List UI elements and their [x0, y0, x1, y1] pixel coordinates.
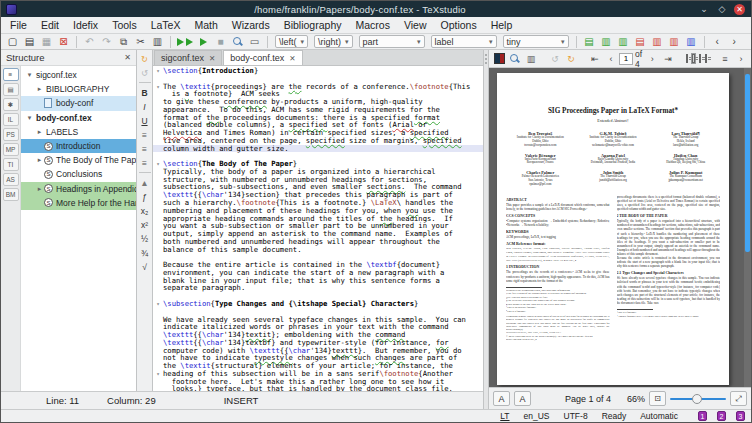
- pdf-magnifier-icon[interactable]: [508, 52, 522, 66]
- sidepanel-tab-symbols-favorites[interactable]: ✱: [3, 98, 19, 111]
- next-page-icon[interactable]: ›: [645, 52, 659, 66]
- fold-marker-icon[interactable]: ▾: [153, 160, 163, 168]
- pdf-back-icon[interactable]: ↺: [548, 52, 562, 66]
- undo-icon[interactable]: ↶: [82, 35, 97, 49]
- pdf-toolbar-overflow-icon[interactable]: ›: [734, 52, 748, 66]
- reference-combo[interactable]: label▾: [431, 35, 497, 48]
- pdf-zoom-indicator[interactable]: 66%: [627, 394, 645, 404]
- align-center-icon[interactable]: ≡: [138, 142, 152, 155]
- menu-edit[interactable]: Edit: [34, 18, 66, 32]
- sidepanel-tab-structure[interactable]: ≡: [3, 68, 19, 81]
- fit-width-icon[interactable]: [699, 54, 701, 63]
- editor-line-24[interactable]: balance of this sample document.: [153, 246, 483, 254]
- close-icon[interactable]: ✕: [734, 4, 745, 15]
- menu-options[interactable]: Options: [434, 18, 484, 32]
- line-ending-mode[interactable]: Automatic: [640, 411, 678, 421]
- editor-line-11[interactable]: column width and gutter size.: [153, 145, 483, 153]
- stop-icon[interactable]: ■: [213, 35, 228, 49]
- fold-marker-icon[interactable]: ▾: [153, 300, 163, 308]
- fontsize-combo[interactable]: tiny▾: [503, 35, 569, 48]
- structure-item-body-conf[interactable]: body-conf: [21, 96, 136, 110]
- last-page-icon[interactable]: ⇥: [661, 52, 675, 66]
- pdf-forward-icon[interactable]: ↻: [564, 52, 578, 66]
- menu-file[interactable]: File: [3, 18, 34, 32]
- previous-page-icon[interactable]: ‹: [604, 52, 618, 66]
- structure-item-bibliography[interactable]: ▸BIBLIOGRAPHY: [21, 82, 136, 96]
- structure-item-more-help-for-the-hardy[interactable]: SMore Help for the Hardy: [21, 196, 136, 210]
- pdf-menu-icon[interactable]: ≡: [718, 52, 732, 66]
- previous-document-icon[interactable]: ‹: [710, 35, 725, 49]
- collapse-arrow-icon[interactable]: ▾: [25, 114, 34, 122]
- structure-item-labels[interactable]: ▸LABELS: [21, 125, 136, 139]
- sectioning-combo[interactable]: part▾: [359, 35, 425, 48]
- math-superscript-icon[interactable]: x²: [138, 218, 152, 231]
- math-dfrac-icon[interactable]: ¾: [138, 246, 152, 259]
- menu-macros[interactable]: Macros: [348, 18, 396, 32]
- editor[interactable]: ▾\section{Introduction}▾The \textit{proc…: [153, 66, 483, 391]
- expand-arrow-icon[interactable]: ▸: [35, 156, 44, 164]
- editor-tab-body-conf-tex[interactable]: body-conf.tex✕: [223, 50, 302, 65]
- fold-marker-icon[interactable]: ▾: [153, 370, 163, 378]
- fold-marker-icon[interactable]: ▾: [153, 83, 163, 91]
- table-remove-column-icon[interactable]: ▥: [650, 35, 665, 49]
- sidepanel-tab-asymptote[interactable]: AS: [3, 173, 19, 186]
- math-sqrt-icon[interactable]: √: [138, 260, 152, 273]
- table-remove-row-icon[interactable]: ▤: [633, 35, 648, 49]
- tab-close-icon[interactable]: ✕: [289, 54, 295, 63]
- structure-item-body-conf-tex[interactable]: ▾body-conf.tex: [21, 111, 136, 125]
- pdf-scrollbar-thumb[interactable]: [745, 74, 750, 252]
- fold-marker-icon[interactable]: ▾: [153, 67, 163, 75]
- menu-wizards[interactable]: Wizards: [225, 18, 277, 32]
- view-pdf-icon[interactable]: [230, 35, 245, 49]
- zoom-slider-knob[interactable]: [692, 394, 702, 404]
- structure-item-introduction[interactable]: SIntroduction: [21, 139, 136, 153]
- languagetool-status[interactable]: LT: [500, 411, 509, 421]
- menu-bibliography[interactable]: Bibliography: [277, 18, 349, 32]
- align-right-icon[interactable]: ≡: [138, 156, 152, 169]
- embedded-viewer-icon[interactable]: [492, 52, 506, 66]
- menu-math[interactable]: Math: [187, 18, 224, 32]
- menu-latex[interactable]: LaTeX: [144, 18, 188, 32]
- structure-item-conclusions[interactable]: SConclusions: [21, 167, 136, 181]
- underline-icon[interactable]: U: [138, 114, 152, 127]
- structure-item-the-body-of-the-paper[interactable]: ▸SThe Body of The Paper: [21, 153, 136, 167]
- italic-icon[interactable]: I: [138, 100, 152, 113]
- compile-icon[interactable]: [196, 35, 211, 49]
- collapse-arrow-icon[interactable]: ▾: [25, 71, 34, 79]
- copy-icon[interactable]: ⧉: [116, 35, 131, 49]
- align-left-icon[interactable]: ≡: [138, 128, 152, 141]
- env-align-icon[interactable]: ▲: [138, 176, 152, 189]
- first-page-icon[interactable]: ⇤: [588, 52, 602, 66]
- sidepanel-tab-symbols-il[interactable]: IL: [3, 113, 19, 126]
- menu-help[interactable]: Help: [484, 18, 520, 32]
- bold-icon[interactable]: B: [138, 86, 152, 99]
- expand-arrow-icon[interactable]: ▸: [35, 85, 44, 93]
- table-add-row-icon[interactable]: ▤: [582, 35, 597, 49]
- sidepanel-tab-metapost[interactable]: MP: [3, 143, 19, 156]
- menu-tools[interactable]: Tools: [105, 18, 144, 32]
- editor-line-31[interactable]: ▾\subsection{Type Changes and {\itshape …: [153, 300, 483, 308]
- decrease-font-icon[interactable]: A: [493, 391, 510, 406]
- structure-item-sigconf-tex[interactable]: ▾sigconf.tex: [21, 68, 136, 82]
- math-fraction-icon[interactable]: ½: [138, 232, 152, 245]
- bookmark-badge-2[interactable]: 2: [717, 411, 726, 421]
- table-add-column-icon[interactable]: ▥: [599, 35, 614, 49]
- show-log-icon[interactable]: ▭: [247, 35, 262, 49]
- pdf-scrollbar[interactable]: [744, 68, 751, 387]
- table-paste-column-icon[interactable]: ▥: [616, 35, 631, 49]
- bookmark-badge-3[interactable]: 3: [736, 411, 745, 421]
- menu-idefix[interactable]: Idefix: [66, 18, 105, 32]
- bookmark-badge-1[interactable]: 1: [698, 411, 707, 421]
- increase-font-icon[interactable]: A: [514, 391, 531, 406]
- tab-close-icon[interactable]: ✕: [209, 54, 215, 63]
- title-bar[interactable]: /home/franklin/Papers/body-conf.tex - Te…: [1, 1, 751, 17]
- table-align-columns-icon[interactable]: ▥: [684, 35, 699, 49]
- insert-mode-indicator[interactable]: INSERT: [224, 395, 259, 406]
- expand-arrow-icon[interactable]: ▸: [35, 128, 44, 136]
- cut-icon[interactable]: ✂: [133, 35, 148, 49]
- fit-page-icon[interactable]: [705, 54, 707, 63]
- close-file-icon[interactable]: ⊠: [56, 35, 71, 49]
- math-function-icon[interactable]: ƒ: [138, 190, 152, 203]
- page-number-input[interactable]: [619, 53, 633, 65]
- zoom-original-icon[interactable]: ⊡: [649, 391, 666, 406]
